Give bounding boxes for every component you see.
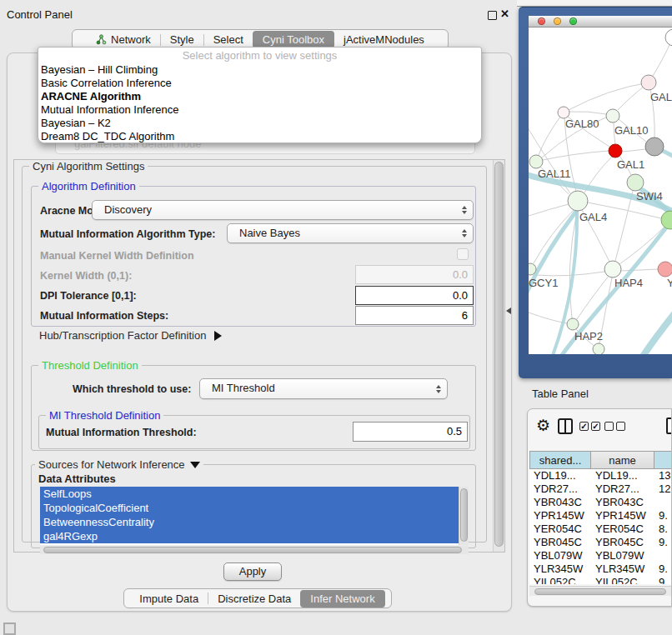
network-edge[interactable] [536, 272, 604, 276]
network-edge[interactable] [621, 269, 658, 271]
attribute-list-item[interactable]: gal4RGexp [40, 529, 459, 543]
control-panel-title: Control Panel [7, 8, 73, 21]
algorithm-option[interactable]: Mutual Information Inference [38, 103, 481, 117]
tab-impute-data[interactable]: Impute Data [130, 591, 208, 607]
kernel-width-input[interactable]: 0.0 [355, 265, 474, 284]
float-window-button[interactable] [488, 11, 497, 20]
network-node-hap2[interactable] [567, 318, 579, 330]
tab-select[interactable]: Select [204, 32, 253, 48]
network-window-titlebar[interactable] [529, 16, 672, 28]
network-node[interactable] [665, 29, 672, 46]
dpi-tolerance-input[interactable]: 0.0 [355, 286, 474, 305]
network-edge[interactable] [543, 151, 609, 160]
table-row[interactable]: YPR145WYPR145W9. [528, 509, 672, 522]
column-header-shared[interactable]: shared... [529, 451, 591, 469]
function-builder-icon[interactable] [666, 418, 672, 434]
attribute-list-item[interactable]: SelfLoops [40, 487, 459, 501]
network-node-swi4[interactable] [627, 174, 644, 191]
sources-title-row[interactable]: Sources for Network Inference [35, 458, 203, 471]
manual-kernel-width-checkbox[interactable] [457, 248, 469, 260]
table-row[interactable]: YDL19...YDL19...13 [528, 469, 672, 482]
table-row[interactable]: YER054CYER054C8. [528, 522, 672, 536]
network-edge[interactable] [534, 210, 574, 263]
minimize-traffic-light[interactable] [554, 18, 561, 25]
network-edge[interactable] [529, 204, 569, 216]
network-edge[interactable] [529, 312, 567, 323]
close-traffic-light[interactable] [538, 18, 545, 25]
network-node-gcy1[interactable] [529, 263, 536, 275]
tab-cyni-toolbox[interactable]: Cyni Toolbox [253, 31, 334, 48]
splitter-collapse-icon[interactable] [506, 308, 511, 314]
network-node-gal80[interactable] [558, 107, 569, 118]
table-cell: YBL079W [595, 549, 654, 562]
deselect-all-columns-icon[interactable] [604, 422, 625, 431]
expand-arrow-icon[interactable] [214, 331, 222, 341]
tab-discretize-data[interactable]: Discretize Data [208, 591, 300, 607]
show-columns-icon[interactable] [558, 418, 573, 434]
attributes-vertical-scrollbar[interactable] [459, 487, 469, 545]
network-node-gal4[interactable] [568, 191, 588, 211]
network-edge[interactable] [569, 112, 606, 114]
tab-infer-network[interactable]: Infer Network [300, 590, 384, 608]
settings-vertical-scrollbar[interactable] [493, 160, 504, 552]
network-node-gal11[interactable] [529, 155, 543, 168]
network-node-gal1[interactable] [609, 144, 622, 158]
table-cell: YBL079W [534, 549, 590, 562]
network-strong-edge[interactable] [642, 312, 672, 354]
table-settings-gear-icon[interactable]: ⚙ [536, 416, 550, 435]
mi-threshold-input[interactable]: 0.5 [353, 422, 468, 442]
network-node[interactable] [661, 211, 672, 229]
data-attributes-list[interactable]: SelfLoopsTopologicalCoefficientBetweenne… [40, 487, 469, 545]
table-horizontal-scrollbar[interactable] [529, 586, 671, 596]
zoom-traffic-light[interactable] [569, 18, 577, 25]
tab-style[interactable]: Style [161, 32, 203, 48]
table-row[interactable]: YBR043CYBR043C [528, 496, 672, 509]
network-node-gal10[interactable] [606, 109, 619, 122]
algorithm-option[interactable]: Basic Correlation Inference [38, 77, 481, 90]
table-row[interactable]: YLR345WYLR345W9. [528, 562, 672, 576]
minimized-panel-icon[interactable] [3, 622, 16, 635]
algorithm-option[interactable]: Dream8 DC_TDC Algorithm [38, 130, 481, 143]
attribute-list-item[interactable]: TopologicalCoefficient [40, 501, 459, 515]
network-node[interactable] [593, 343, 604, 354]
network-edge[interactable] [615, 191, 633, 261]
network-node-gal[interactable] [641, 75, 656, 90]
node-label: GAL80 [565, 118, 599, 130]
network-edge[interactable] [569, 82, 649, 110]
mi-threshold-label: Mutual Information Threshold: [46, 427, 197, 438]
table-row[interactable]: YBL079WYBL079W [528, 549, 672, 562]
close-panel-button[interactable]: ✕ [500, 8, 509, 20]
table-row[interactable]: YIL052CYIL052C9 [528, 576, 672, 584]
network-node-hap4[interactable] [604, 261, 621, 278]
tab-network[interactable]: Network [87, 32, 160, 48]
network-edge[interactable] [622, 149, 645, 152]
tab-jactivemnodules[interactable]: jActiveMNodules [334, 32, 434, 48]
network-node[interactable] [645, 138, 664, 156]
hub-transcription-factor-section[interactable]: Hub/Transcription Factor Definition [39, 329, 222, 342]
mi-steps-input[interactable]: 6 [355, 306, 474, 325]
network-canvas[interactable]: GALGAL80GAL10GAL1GAL11SWI4GAL4GCY1HAP4YH… [529, 28, 672, 354]
apply-button[interactable]: Apply [223, 562, 282, 581]
table-cell: 9. [659, 509, 672, 522]
algorithm-option[interactable]: Bayesian – K2 [38, 117, 481, 130]
aracne-mode-combobox[interactable]: Discovery [92, 200, 474, 220]
table-row[interactable]: YDR27...YDR27...12 [528, 482, 672, 496]
column-header-name[interactable]: name [591, 451, 654, 469]
attribute-list-item[interactable]: BetweennessCentrality [40, 515, 459, 529]
column-header-a[interactable]: A [654, 451, 672, 469]
table-cell: 9. [659, 562, 672, 576]
algorithm-option[interactable]: Bayesian – Hill Climbing [38, 63, 481, 77]
network-node-y[interactable] [658, 262, 672, 277]
mi-algorithm-type-combobox[interactable]: Naive Bayes [227, 223, 474, 243]
algorithm-option[interactable]: ARACNE Algorithm [38, 90, 481, 103]
collapse-arrow-icon[interactable] [190, 462, 200, 468]
table-cell: YIL052C [595, 576, 654, 584]
table-row[interactable]: YBR045CYBR045C9. [528, 536, 672, 549]
attributes-horizontal-scrollbar[interactable] [40, 546, 469, 554]
which-threshold-combobox[interactable]: MI Threshold [199, 378, 448, 399]
table-cell: YBR045C [595, 536, 654, 549]
select-all-columns-icon[interactable]: ✓✓ [579, 422, 600, 431]
tab-label: Infer Network [310, 592, 374, 605]
network-edge[interactable] [577, 276, 609, 319]
network-edge[interactable] [539, 117, 560, 155]
